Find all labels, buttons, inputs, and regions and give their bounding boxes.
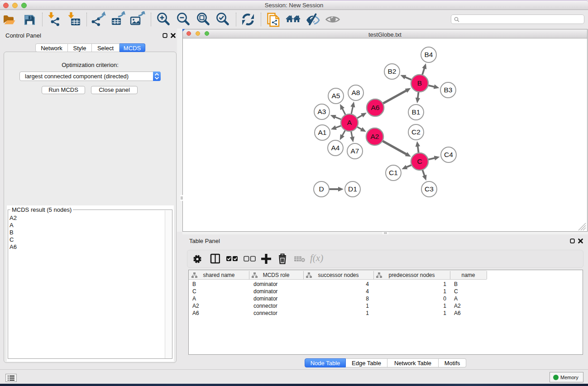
svg-text:A3: A3 bbox=[318, 108, 326, 115]
svg-text:A6: A6 bbox=[371, 104, 380, 111]
svg-text:B3: B3 bbox=[444, 86, 453, 94]
svg-text:B4: B4 bbox=[425, 51, 433, 58]
svg-text:C1: C1 bbox=[389, 169, 398, 176]
svg-text:D1: D1 bbox=[348, 185, 357, 193]
svg-text:B: B bbox=[417, 79, 422, 87]
svg-text:C4: C4 bbox=[444, 151, 453, 158]
svg-text:C2: C2 bbox=[411, 128, 421, 136]
svg-text:D: D bbox=[319, 185, 324, 193]
svg-text:A4: A4 bbox=[331, 144, 340, 152]
svg-text:A7: A7 bbox=[351, 147, 359, 155]
svg-text:A2: A2 bbox=[371, 133, 379, 140]
svg-text:C: C bbox=[417, 157, 422, 165]
svg-text:A8: A8 bbox=[352, 89, 360, 96]
svg-text:A: A bbox=[347, 119, 352, 126]
svg-text:B2: B2 bbox=[388, 67, 397, 75]
svg-text:A1: A1 bbox=[318, 129, 327, 136]
svg-text:B1: B1 bbox=[412, 108, 421, 116]
svg-text:C3: C3 bbox=[425, 185, 434, 193]
svg-text:A5: A5 bbox=[332, 92, 340, 100]
